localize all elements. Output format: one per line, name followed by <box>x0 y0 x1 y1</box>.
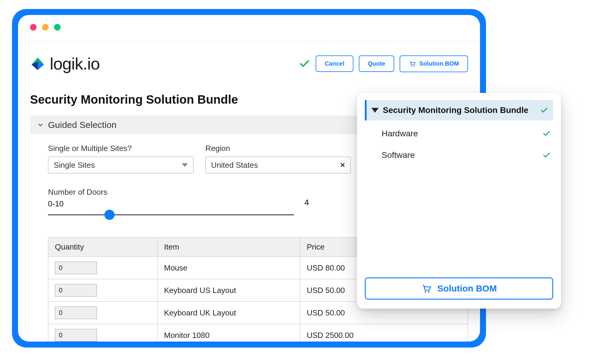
summary-item-label: Hardware <box>382 129 418 138</box>
minimize-window-icon[interactable] <box>42 24 49 31</box>
item-cell: Monitor 1080 <box>157 324 300 342</box>
item-cell: Mouse <box>157 257 300 279</box>
maximize-window-icon[interactable] <box>54 24 61 31</box>
logo-icon <box>30 56 46 72</box>
summary-panel-title: Security Monitoring Solution Bundle <box>383 105 528 115</box>
solution-bom-button-label: Solution BOM <box>419 60 459 67</box>
cancel-button-label: Cancel <box>325 60 344 67</box>
check-icon <box>542 129 551 138</box>
solution-bom-panel-button-label: Solution BOM <box>437 283 497 294</box>
header-divider <box>18 41 480 42</box>
region-select-value: United States <box>211 161 258 170</box>
quantity-input[interactable] <box>55 329 97 342</box>
item-cell: Keyboard UK Layout <box>157 302 300 324</box>
slider-thumb[interactable] <box>104 210 115 220</box>
solution-bom-panel-button[interactable]: Solution BOM <box>365 277 553 300</box>
header-actions: Cancel Quote Solution BOM <box>299 55 468 72</box>
summary-item-label: Software <box>382 150 415 160</box>
quantity-input[interactable] <box>55 306 97 319</box>
app-header: logik.io Cancel Quote Solution BOM <box>30 54 468 73</box>
chevron-down-icon <box>37 122 44 128</box>
cart-icon <box>421 283 431 294</box>
check-icon <box>542 151 551 159</box>
doors-slider-label: Number of Doors <box>48 188 294 197</box>
svg-point-3 <box>411 66 412 67</box>
quantity-input[interactable] <box>55 284 97 297</box>
sites-field-label: Single or Multiple Sites? <box>48 144 194 153</box>
summary-panel-header[interactable]: Security Monitoring Solution Bundle <box>365 100 553 120</box>
doors-slider[interactable]: 4 <box>48 210 294 220</box>
quote-button[interactable]: Quote <box>359 55 394 72</box>
summary-panel: Security Monitoring Solution Bundle Hard… <box>357 93 561 309</box>
price-cell: USD 2500.00 <box>300 324 468 342</box>
svg-point-6 <box>428 291 430 293</box>
brand-name: logik.io <box>50 54 100 73</box>
sites-select[interactable]: Single Sites <box>48 157 194 173</box>
guided-selection-label: Guided Selection <box>48 120 117 130</box>
svg-point-5 <box>424 291 426 293</box>
slider-track-line <box>48 214 294 215</box>
region-field: Region United States × <box>206 144 351 173</box>
col-quantity: Quantity <box>48 238 158 257</box>
summary-item-hardware[interactable]: Hardware <box>365 123 553 144</box>
clear-region-icon[interactable]: × <box>340 160 345 170</box>
check-icon <box>540 106 548 114</box>
doors-slider-range: 0-10 <box>48 199 294 209</box>
page-title: Security Monitoring Solution Bundle <box>30 93 238 106</box>
quote-button-label: Quote <box>368 60 385 67</box>
brand-logo: logik.io <box>30 54 100 73</box>
region-field-label: Region <box>206 144 351 153</box>
sites-field: Single or Multiple Sites? Single Sites <box>48 144 194 173</box>
sites-select-value: Single Sites <box>54 161 95 170</box>
window-controls <box>30 24 61 31</box>
summary-panel-list: Hardware Software <box>365 123 553 166</box>
doors-slider-block: Number of Doors 0-10 4 <box>48 188 294 220</box>
summary-item-software[interactable]: Software <box>365 144 553 166</box>
col-item: Item <box>157 238 300 257</box>
dropdown-caret-icon <box>182 163 188 167</box>
cart-icon <box>409 60 416 67</box>
quantity-input[interactable] <box>55 262 97 274</box>
cancel-button[interactable]: Cancel <box>316 55 353 72</box>
doors-slider-value: 4 <box>304 198 309 207</box>
collapse-triangle-icon <box>371 108 379 113</box>
close-window-icon[interactable] <box>30 24 37 31</box>
status-check-icon <box>299 58 310 70</box>
table-row: Monitor 1080 USD 2500.00 <box>48 324 468 342</box>
svg-point-4 <box>413 66 414 67</box>
item-cell: Keyboard US Layout <box>157 279 300 302</box>
solution-bom-button[interactable]: Solution BOM <box>400 55 468 72</box>
region-select[interactable]: United States × <box>206 157 351 173</box>
